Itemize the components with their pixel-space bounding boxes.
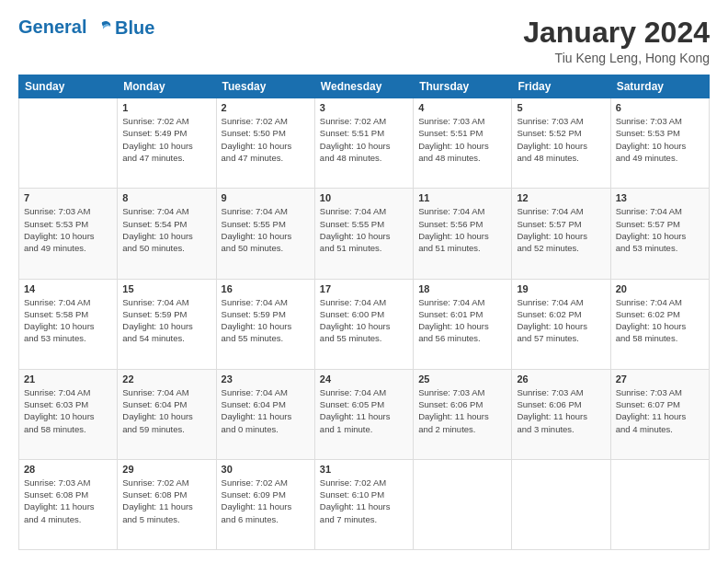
day-info: Sunrise: 7:04 AM Sunset: 6:04 PM Dayligh… (122, 386, 210, 435)
header: General Blue January 2024 Tiu Keng Leng,… (18, 17, 710, 65)
calendar-cell: 30Sunrise: 7:02 AM Sunset: 6:09 PM Dayli… (216, 459, 314, 549)
calendar-cell: 15Sunrise: 7:04 AM Sunset: 5:59 PM Dayli… (118, 279, 216, 369)
day-number: 31 (320, 464, 408, 475)
day-info: Sunrise: 7:04 AM Sunset: 5:58 PM Dayligh… (24, 296, 112, 345)
day-info: Sunrise: 7:04 AM Sunset: 5:57 PM Dayligh… (517, 205, 605, 254)
day-info: Sunrise: 7:03 AM Sunset: 5:53 PM Dayligh… (616, 115, 704, 164)
day-number: 10 (320, 192, 408, 203)
day-info: Sunrise: 7:04 AM Sunset: 5:55 PM Dayligh… (320, 205, 408, 254)
week-row-2: 14Sunrise: 7:04 AM Sunset: 5:58 PM Dayli… (19, 279, 710, 369)
weekday-header-wednesday: Wednesday (314, 75, 413, 98)
day-info: Sunrise: 7:02 AM Sunset: 6:10 PM Dayligh… (320, 477, 408, 525)
weekday-header-friday: Friday (512, 75, 610, 98)
calendar-cell: 25Sunrise: 7:03 AM Sunset: 6:06 PM Dayli… (414, 369, 512, 459)
calendar-cell (414, 459, 512, 549)
day-info: Sunrise: 7:04 AM Sunset: 5:56 PM Dayligh… (418, 205, 506, 254)
day-number: 6 (616, 102, 704, 113)
calendar-cell: 9Sunrise: 7:04 AM Sunset: 5:55 PM Daylig… (216, 189, 314, 279)
day-number: 30 (222, 464, 310, 475)
calendar-cell: 29Sunrise: 7:02 AM Sunset: 6:08 PM Dayli… (118, 459, 216, 549)
calendar-cell (610, 459, 709, 549)
calendar-cell: 12Sunrise: 7:04 AM Sunset: 5:57 PM Dayli… (512, 189, 610, 279)
calendar-cell: 1Sunrise: 7:02 AM Sunset: 5:49 PM Daylig… (118, 98, 216, 189)
day-number: 7 (24, 192, 112, 203)
day-info: Sunrise: 7:04 AM Sunset: 5:59 PM Dayligh… (222, 296, 310, 345)
day-number: 27 (616, 373, 704, 385)
calendar-cell: 31Sunrise: 7:02 AM Sunset: 6:10 PM Dayli… (314, 459, 413, 549)
day-number: 23 (222, 373, 310, 385)
day-info: Sunrise: 7:04 AM Sunset: 6:03 PM Dayligh… (24, 386, 112, 435)
location: Tiu Keng Leng, Hong Kong (523, 51, 710, 65)
calendar-cell: 13Sunrise: 7:04 AM Sunset: 5:57 PM Dayli… (610, 189, 709, 279)
day-info: Sunrise: 7:04 AM Sunset: 6:00 PM Dayligh… (320, 296, 408, 345)
calendar-cell: 8Sunrise: 7:04 AM Sunset: 5:54 PM Daylig… (118, 189, 216, 279)
day-number: 15 (122, 283, 210, 294)
day-number: 17 (320, 283, 408, 294)
day-number: 19 (517, 283, 605, 294)
day-number: 29 (122, 464, 210, 475)
day-info: Sunrise: 7:04 AM Sunset: 5:55 PM Dayligh… (222, 205, 310, 254)
calendar-cell: 5Sunrise: 7:03 AM Sunset: 5:52 PM Daylig… (512, 98, 610, 189)
day-number: 3 (320, 102, 408, 113)
day-info: Sunrise: 7:03 AM Sunset: 6:08 PM Dayligh… (24, 477, 112, 525)
title-section: January 2024 Tiu Keng Leng, Hong Kong (523, 17, 710, 65)
calendar-cell: 2Sunrise: 7:02 AM Sunset: 5:50 PM Daylig… (216, 98, 314, 189)
month-title: January 2024 (523, 17, 710, 49)
weekday-header-thursday: Thursday (414, 75, 512, 98)
calendar-cell: 26Sunrise: 7:03 AM Sunset: 6:06 PM Dayli… (512, 369, 610, 459)
calendar-cell: 16Sunrise: 7:04 AM Sunset: 5:59 PM Dayli… (216, 279, 314, 369)
calendar-cell: 19Sunrise: 7:04 AM Sunset: 6:02 PM Dayli… (512, 279, 610, 369)
day-info: Sunrise: 7:04 AM Sunset: 6:02 PM Dayligh… (517, 296, 605, 345)
day-info: Sunrise: 7:03 AM Sunset: 6:06 PM Dayligh… (418, 386, 506, 435)
day-number: 20 (616, 283, 704, 294)
calendar-cell: 24Sunrise: 7:04 AM Sunset: 6:05 PM Dayli… (314, 369, 413, 459)
logo-blue: Blue (115, 17, 154, 38)
calendar-cell: 28Sunrise: 7:03 AM Sunset: 6:08 PM Dayli… (19, 459, 118, 549)
day-number: 13 (616, 192, 704, 203)
day-info: Sunrise: 7:02 AM Sunset: 6:09 PM Dayligh… (222, 477, 310, 525)
day-info: Sunrise: 7:04 AM Sunset: 5:57 PM Dayligh… (616, 205, 704, 254)
day-info: Sunrise: 7:04 AM Sunset: 6:01 PM Dayligh… (418, 296, 506, 345)
week-row-0: 1Sunrise: 7:02 AM Sunset: 5:49 PM Daylig… (19, 98, 710, 189)
calendar-cell: 3Sunrise: 7:02 AM Sunset: 5:51 PM Daylig… (314, 98, 413, 189)
calendar-cell: 17Sunrise: 7:04 AM Sunset: 6:00 PM Dayli… (314, 279, 413, 369)
weekday-header-sunday: Sunday (19, 75, 118, 98)
day-number: 25 (418, 373, 506, 385)
day-info: Sunrise: 7:02 AM Sunset: 5:50 PM Dayligh… (222, 115, 310, 164)
calendar-cell: 11Sunrise: 7:04 AM Sunset: 5:56 PM Dayli… (414, 189, 512, 279)
day-number: 14 (24, 283, 112, 294)
day-number: 26 (517, 373, 605, 385)
calendar-cell: 18Sunrise: 7:04 AM Sunset: 6:01 PM Dayli… (414, 279, 512, 369)
day-number: 4 (418, 102, 506, 113)
calendar-cell: 27Sunrise: 7:03 AM Sunset: 6:07 PM Dayli… (610, 369, 709, 459)
day-number: 18 (418, 283, 506, 294)
calendar-cell: 14Sunrise: 7:04 AM Sunset: 5:58 PM Dayli… (19, 279, 118, 369)
weekday-header-tuesday: Tuesday (216, 75, 314, 98)
logo-general: General (18, 17, 86, 37)
calendar-cell: 21Sunrise: 7:04 AM Sunset: 6:03 PM Dayli… (19, 369, 118, 459)
day-info: Sunrise: 7:03 AM Sunset: 6:06 PM Dayligh… (517, 386, 605, 435)
day-number: 21 (24, 373, 112, 385)
day-info: Sunrise: 7:04 AM Sunset: 6:02 PM Dayligh… (616, 296, 704, 345)
day-info: Sunrise: 7:03 AM Sunset: 5:51 PM Dayligh… (418, 115, 506, 164)
day-number: 2 (222, 102, 310, 113)
calendar-table: SundayMondayTuesdayWednesdayThursdayFrid… (18, 75, 710, 550)
day-info: Sunrise: 7:04 AM Sunset: 5:59 PM Dayligh… (122, 296, 210, 345)
calendar-cell: 6Sunrise: 7:03 AM Sunset: 5:53 PM Daylig… (610, 98, 709, 189)
calendar-cell: 20Sunrise: 7:04 AM Sunset: 6:02 PM Dayli… (610, 279, 709, 369)
week-row-4: 28Sunrise: 7:03 AM Sunset: 6:08 PM Dayli… (19, 459, 710, 549)
day-info: Sunrise: 7:04 AM Sunset: 5:54 PM Dayligh… (122, 205, 210, 254)
calendar-cell (19, 98, 118, 189)
day-info: Sunrise: 7:02 AM Sunset: 5:49 PM Dayligh… (122, 115, 210, 164)
day-number: 28 (24, 464, 112, 475)
day-number: 11 (418, 192, 506, 203)
logo-bird-icon (93, 18, 113, 39)
calendar-cell: 10Sunrise: 7:04 AM Sunset: 5:55 PM Dayli… (314, 189, 413, 279)
day-number: 16 (222, 283, 310, 294)
day-number: 8 (122, 192, 210, 203)
day-info: Sunrise: 7:02 AM Sunset: 5:51 PM Dayligh… (320, 115, 408, 164)
day-number: 24 (320, 373, 408, 385)
day-info: Sunrise: 7:04 AM Sunset: 6:05 PM Dayligh… (320, 386, 408, 435)
calendar-cell: 4Sunrise: 7:03 AM Sunset: 5:51 PM Daylig… (414, 98, 512, 189)
day-info: Sunrise: 7:04 AM Sunset: 6:04 PM Dayligh… (222, 386, 310, 435)
